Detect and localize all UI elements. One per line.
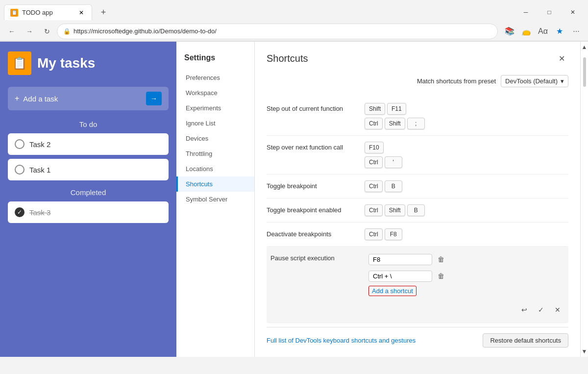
read-aloud-icon[interactable]: Aα [535,24,551,39]
preset-row: Match shortcuts from preset DevTools (De… [267,75,568,87]
completed-task-item[interactable]: ✓ Task 3 [8,201,169,223]
more-menu-button[interactable]: ··· [568,24,584,39]
shortcut-name: Toggle breakpoint enabled [267,204,365,214]
sidebar-item-devices[interactable]: Devices [176,131,254,146]
task-label: Task 2 [29,140,50,149]
key-row: Ctrl F8 [365,228,568,240]
shortcut-row: Deactivate breakpoints Ctrl F8 [267,223,568,247]
undo-edit-button[interactable]: ↩ [517,303,531,317]
todo-section-title: To do [8,120,169,128]
preset-value: DevTools (Default) [505,77,558,85]
add-task-bar[interactable]: + Add a task → [8,87,169,110]
maximize-button[interactable]: □ [538,5,561,20]
key-row: F10 [365,142,568,153]
refresh-button[interactable]: ↻ [39,24,55,39]
add-task-submit-button[interactable]: → [146,92,162,105]
key-row-input: 🗑 [368,269,564,283]
sidebar-item-workspace[interactable]: Workspace [176,85,254,100]
favorites-icon[interactable]: ★ [552,24,567,39]
shortcuts-title: Shortcuts [267,53,308,64]
shortcut-row: Step out of current function Shift F11 C… [267,97,568,136]
task-item[interactable]: Task 2 [8,133,169,155]
shortcut-keys: Shift F11 Ctrl Shift ; [365,103,568,129]
restore-defaults-button[interactable]: Restore default shortcuts [483,333,568,348]
key-badge: B [385,180,402,192]
minimize-button[interactable]: ─ [514,5,537,20]
lock-icon: 🔒 [63,28,71,35]
delete-shortcut-1-button[interactable]: 🗑 [434,252,448,266]
shortcut-input-1[interactable] [368,254,432,265]
cancel-edit-button[interactable]: ✕ [551,303,564,317]
key-row: Shift F11 [365,103,568,115]
sidebar-item-experiments[interactable]: Experiments [176,100,254,116]
task-checkbox[interactable] [15,165,24,175]
toolbar-icons: 📚 👝 Aα ★ ··· [502,24,584,39]
key-row-add: Add a shortcut [368,286,564,296]
sidebar-item-shortcuts[interactable]: Shortcuts [176,176,254,192]
app-title: My tasks [37,55,95,71]
add-task-placeholder: Add a task [23,95,142,103]
forward-button[interactable]: → [22,24,37,39]
sidebar-item-throttling[interactable]: Throttling [176,146,254,161]
key-row: Ctrl Shift B [365,204,568,216]
shortcut-name: Toggle breakpoint [267,180,365,190]
key-badge: Shift [385,118,405,129]
completed-checkbox[interactable]: ✓ [15,207,24,217]
key-badge: ; [407,118,425,129]
shortcut-keys: Ctrl Shift B [365,204,568,216]
shortcuts-panel: Shortcuts ✕ Match shortcuts from preset … [255,42,588,357]
task-item[interactable]: Task 1 [8,159,169,180]
settings-nav-title: Settings [176,50,254,70]
url-text: https://microsoftedge.github.io/Demos/de… [74,27,217,35]
wallet-icon[interactable]: 👝 [518,24,534,39]
add-shortcut-link[interactable]: Add a shortcut [368,286,416,296]
plus-icon: + [15,94,19,103]
sidebar-item-preferences[interactable]: Preferences [176,70,254,85]
clipboard-icon: 📋 [8,51,31,75]
key-badge: F10 [365,142,384,153]
browser-chrome: 📋 TODO app ✕ + ─ □ ✕ ← → ↻ 🔒 https://mic… [0,0,588,42]
full-list-link[interactable]: Full list of DevTools keyboard shortcuts… [267,337,416,344]
key-badge: F8 [385,228,402,240]
key-row: Ctrl ' [365,156,568,168]
scroll-down-icon[interactable]: ▼ [582,348,588,355]
preset-dropdown[interactable]: DevTools (Default) ▾ [501,75,568,87]
key-badge: Ctrl [365,180,383,192]
key-badge: Ctrl [365,204,383,216]
shortcut-keys-editing: 🗑 🗑 Add a shortcut ↩ ✓ [368,252,564,317]
key-row-input: 🗑 [368,252,564,266]
close-button[interactable]: ✕ [562,5,584,20]
back-button[interactable]: ← [4,24,20,39]
edit-actions: ↩ ✓ ✕ [368,299,564,317]
shortcut-keys: Ctrl B [365,180,568,192]
key-row: Ctrl Shift ; [365,118,568,129]
confirm-edit-button[interactable]: ✓ [534,303,548,317]
task-checkbox[interactable] [15,139,24,149]
url-bar[interactable]: 🔒 https://microsoftedge.github.io/Demos/… [57,24,498,39]
shortcut-row-editing: Pause script execution 🗑 🗑 A [267,247,568,323]
shortcut-name: Step out of current function [267,103,365,112]
scrollbar[interactable]: ▲ ▼ [580,42,588,357]
key-badge: Ctrl [365,156,383,168]
browser-tab[interactable]: 📋 TODO app ✕ [4,4,92,20]
scroll-thumb[interactable] [583,57,586,87]
delete-shortcut-2-button[interactable]: 🗑 [434,269,448,283]
shortcut-row: Step over next function call F10 Ctrl ' [267,136,568,175]
close-settings-button[interactable]: ✕ [555,51,568,65]
shortcut-row: Toggle breakpoint Ctrl B [267,175,568,199]
sidebar-item-locations[interactable]: Locations [176,161,254,176]
scroll-up-icon[interactable]: ▲ [582,44,588,50]
shortcut-input-2[interactable] [368,271,432,282]
page-content: 📋 My tasks + Add a task → To do Task 2 T… [0,42,588,357]
key-badge: B [407,204,425,216]
chevron-down-icon: ▾ [561,77,564,85]
shortcut-name: Deactivate breakpoints [267,228,365,238]
completed-task-label: Task 3 [29,208,50,217]
sidebar-item-symbol-server[interactable]: Symbol Server [176,192,254,207]
new-tab-button[interactable]: + [96,5,111,20]
key-row: Ctrl B [365,180,568,192]
collections-icon[interactable]: 📚 [502,24,517,39]
tab-close-button[interactable]: ✕ [77,8,86,17]
key-badge: F11 [387,103,406,115]
sidebar-item-ignore-list[interactable]: Ignore List [176,116,254,131]
